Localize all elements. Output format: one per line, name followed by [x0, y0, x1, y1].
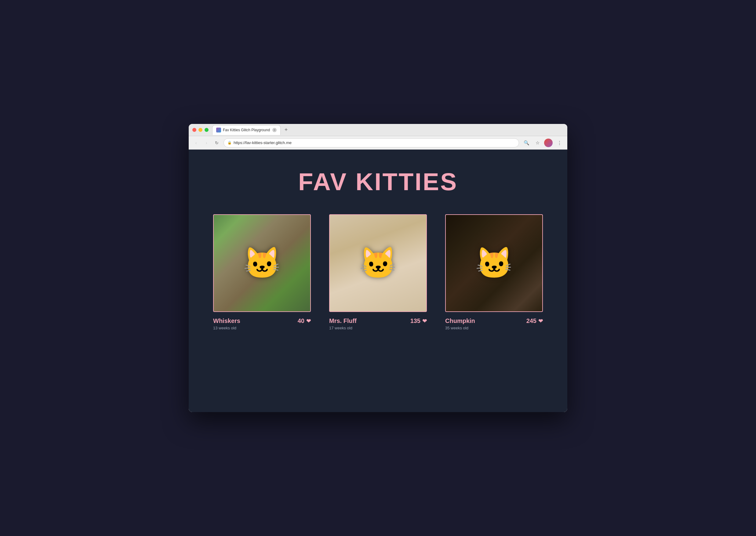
address-bar: ‹ › ↻ 🔒 https://fav-kitties-starter.glit… — [189, 136, 567, 150]
tab-bar: Fav Kitties Glitch Playground × + — [212, 125, 564, 135]
page-content: FAV KITTIES 🐱 Whiskers 13 weeks old 40 ❤… — [189, 150, 567, 412]
page-title: FAV KITTIES — [298, 168, 458, 196]
heart-icon-mrs-fluff: ❤ — [422, 318, 427, 324]
active-tab[interactable]: Fav Kitties Glitch Playground × — [212, 125, 281, 135]
traffic-lights — [192, 128, 209, 132]
lock-icon: 🔒 — [227, 141, 232, 145]
kitty-votes-mrs-fluff[interactable]: 135 ❤ — [410, 318, 427, 324]
kitty-name-mrs-fluff: Mrs. Fluff — [329, 318, 357, 324]
close-button[interactable] — [192, 128, 196, 132]
heart-icon-whiskers: ❤ — [306, 318, 311, 324]
vote-count-mrs-fluff: 135 — [410, 318, 421, 324]
kitty-votes-whiskers[interactable]: 40 ❤ — [298, 318, 311, 324]
bookmark-icon[interactable]: ☆ — [533, 139, 542, 147]
kitty-age-mrs-fluff: 17 weeks old — [329, 326, 357, 330]
back-button[interactable]: ‹ — [192, 139, 200, 147]
kitty-age-whiskers: 13 weeks old — [213, 326, 240, 330]
minimize-button[interactable] — [198, 128, 202, 132]
kitty-emoji-mrs-fluff: 🐱 — [359, 245, 397, 281]
kitty-name-age-whiskers: Whiskers 13 weeks old — [213, 318, 240, 330]
heart-icon-chumpkin: ❤ — [538, 318, 543, 324]
kitty-emoji-chumpkin: 🐱 — [475, 245, 513, 281]
kitty-info-mrs-fluff: Mrs. Fluff 17 weeks old 135 ❤ — [329, 318, 427, 330]
url-text: https://fav-kitties-starter.glitch.me — [234, 140, 292, 145]
tab-close-button[interactable]: × — [272, 128, 277, 132]
title-bar: Fav Kitties Glitch Playground × + — [189, 124, 567, 136]
vote-count-whiskers: 40 — [298, 318, 304, 324]
kitty-name-age-chumpkin: Chumpkin 35 weeks old — [445, 318, 475, 330]
kitty-card-chumpkin[interactable]: 🐱 Chumpkin 35 weeks old 245 ❤ — [445, 214, 543, 330]
kitty-name-whiskers: Whiskers — [213, 318, 240, 324]
vote-count-chumpkin: 245 — [526, 318, 536, 324]
kitty-name-age-mrs-fluff: Mrs. Fluff 17 weeks old — [329, 318, 357, 330]
browser-window: Fav Kitties Glitch Playground × + ‹ › ↻ … — [189, 124, 567, 412]
maximize-button[interactable] — [205, 128, 209, 132]
tab-favicon — [216, 128, 221, 132]
kitty-emoji-whiskers: 🐱 — [243, 245, 281, 281]
refresh-button[interactable]: ↻ — [213, 139, 221, 147]
kitties-grid: 🐱 Whiskers 13 weeks old 40 ❤ 🐱 Mrs. Fluf… — [210, 214, 546, 330]
kitty-info-chumpkin: Chumpkin 35 weeks old 245 ❤ — [445, 318, 543, 330]
kitty-image-container-mrs-fluff: 🐱 — [329, 214, 427, 312]
menu-icon[interactable]: ⋮ — [555, 139, 564, 147]
kitty-info-whiskers: Whiskers 13 weeks old 40 ❤ — [213, 318, 311, 330]
kitty-age-chumpkin: 35 weeks old — [445, 326, 475, 330]
forward-button[interactable]: › — [203, 139, 210, 147]
search-icon[interactable]: 🔍 — [522, 139, 531, 147]
url-bar[interactable]: 🔒 https://fav-kitties-starter.glitch.me — [223, 138, 519, 148]
browser-actions: 🔍 ☆ ⋮ — [522, 139, 564, 147]
user-avatar[interactable] — [544, 139, 553, 147]
kitty-image-container-chumpkin: 🐱 — [445, 214, 543, 312]
kitty-name-chumpkin: Chumpkin — [445, 318, 475, 324]
tab-title: Fav Kitties Glitch Playground — [223, 128, 270, 132]
kitty-card-whiskers[interactable]: 🐱 Whiskers 13 weeks old 40 ❤ — [213, 214, 311, 330]
kitty-card-mrs-fluff[interactable]: 🐱 Mrs. Fluff 17 weeks old 135 ❤ — [329, 214, 427, 330]
kitty-votes-chumpkin[interactable]: 245 ❤ — [526, 318, 543, 324]
kitty-image-container-whiskers: 🐱 — [213, 214, 311, 312]
new-tab-button[interactable]: + — [282, 126, 291, 134]
